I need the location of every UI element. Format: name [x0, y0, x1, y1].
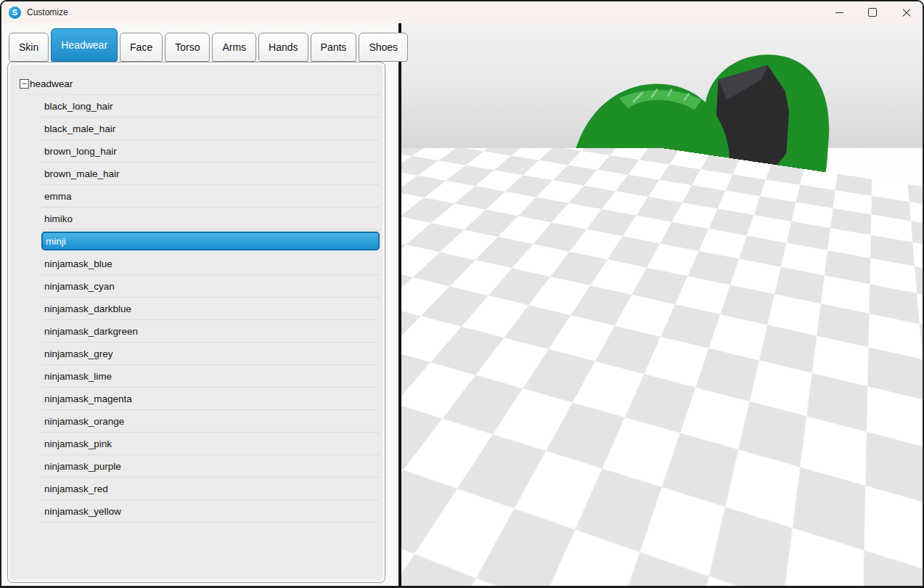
headwear-list-panel: − headwear black_long_hairblack_male_hai… — [7, 62, 385, 583]
tree-item-ninjamask_magenta[interactable]: ninjamask_magenta — [41, 388, 380, 410]
character-preview — [401, 23, 923, 586]
tree-item-label: ninjamask_lime — [44, 371, 112, 382]
tree-item-ninjamask_grey[interactable]: ninjamask_grey — [41, 343, 380, 365]
customization-pane: SkinHeadwearFaceTorsoArmsHandsPantsShoes… — [1, 23, 398, 586]
tree-item-minji[interactable]: minji — [41, 232, 380, 250]
tree-item-label: ninjamask_blue — [44, 258, 113, 269]
tree-item-label: ninjamask_magenta — [44, 393, 132, 404]
tab-shoes[interactable]: Shoes — [359, 33, 408, 62]
tree-root-label: headwear — [30, 78, 73, 89]
tab-torso[interactable]: Torso — [165, 33, 210, 62]
tree-item-ninjamask_cyan[interactable]: ninjamask_cyan — [41, 275, 380, 298]
tree-item-ninjamask_red[interactable]: ninjamask_red — [41, 478, 380, 500]
maximize-button[interactable] — [856, 1, 889, 23]
tab-skin[interactable]: Skin — [9, 33, 49, 62]
tree-item-list: black_long_hairblack_male_hairbrown_long… — [41, 95, 380, 523]
tree-item-label: minji — [46, 236, 66, 247]
tree-item-ninjamask_lime[interactable]: ninjamask_lime — [41, 365, 380, 388]
tab-pants[interactable]: Pants — [311, 33, 357, 62]
customize-window: S Customize SkinHeadwearFaceTorsoArmsHan… — [0, 0, 924, 588]
tree-item-ninjamask_purple[interactable]: ninjamask_purple — [41, 455, 380, 478]
right-glove — [768, 300, 846, 343]
close-icon — [901, 8, 911, 17]
tree-item-label: brown_male_hair — [44, 168, 120, 179]
tree-item-himiko[interactable]: himiko — [41, 208, 380, 230]
category-tab-bar: SkinHeadwearFaceTorsoArmsHandsPantsShoes — [9, 28, 408, 62]
tree-item-label: ninjamask_yellow — [44, 506, 121, 517]
tab-hands[interactable]: Hands — [258, 33, 308, 62]
window-controls — [822, 1, 923, 23]
left-glove — [528, 247, 578, 277]
tab-headwear[interactable]: Headwear — [51, 28, 118, 62]
tree-item-label: himiko — [44, 213, 73, 224]
tree-item-black_long_hair[interactable]: black_long_hair — [41, 95, 380, 118]
tree-item-label: ninjamask_purple — [44, 461, 121, 472]
tree-item-label: ninjamask_red — [44, 483, 108, 494]
tree-item-brown_long_hair[interactable]: brown_long_hair — [41, 140, 380, 163]
tree-item-ninjamask_darkblue[interactable]: ninjamask_darkblue — [41, 298, 380, 320]
right-shoe — [654, 428, 696, 480]
tree-item-ninjamask_yellow[interactable]: ninjamask_yellow — [41, 500, 380, 523]
preview-viewport[interactable] — [401, 23, 923, 586]
tree-item-label: brown_long_hair — [44, 146, 117, 157]
maximize-icon — [868, 8, 877, 17]
tree-item-brown_male_hair[interactable]: brown_male_hair — [41, 163, 380, 185]
tree-item-label: ninjamask_orange — [44, 416, 124, 427]
close-button[interactable] — [889, 1, 923, 23]
tree-item-ninjamask_blue[interactable]: ninjamask_blue — [41, 253, 380, 275]
tree-item-label: emma — [44, 191, 72, 202]
tree-item-label: ninjamask_pink — [44, 438, 112, 449]
app-logo-letter: S — [12, 8, 17, 17]
window-title: Customize — [27, 7, 68, 17]
collapse-toggle[interactable]: − — [20, 79, 29, 89]
ninja-mask — [582, 234, 697, 306]
minimize-icon — [835, 12, 843, 13]
tab-face[interactable]: Face — [120, 33, 163, 62]
right-glove-thumb — [786, 330, 795, 342]
tree-item-black_male_hair[interactable]: black_male_hair — [41, 118, 380, 140]
tree-item-label: ninjamask_cyan — [44, 281, 115, 292]
tree-item-label: black_long_hair — [44, 101, 113, 112]
tree-root-row: − headwear — [20, 78, 385, 89]
tree-item-label: ninjamask_grey — [44, 348, 113, 359]
app-logo-icon: S — [9, 7, 21, 19]
tree-item-ninjamask_darkgreen[interactable]: ninjamask_darkgreen — [41, 320, 380, 343]
tree-item-label: ninjamask_darkblue — [44, 303, 131, 314]
client-area: SkinHeadwearFaceTorsoArmsHandsPantsShoes… — [1, 23, 923, 586]
tree-item-ninjamask_pink[interactable]: ninjamask_pink — [41, 433, 380, 455]
tree-item-label: ninjamask_darkgreen — [44, 326, 138, 337]
minimize-button[interactable] — [822, 1, 856, 23]
titlebar: S Customize — [1, 1, 923, 23]
tree-item-emma[interactable]: emma — [41, 185, 380, 208]
headwear-tree: − headwear black_long_hairblack_male_hai… — [8, 62, 385, 523]
tree-item-label: black_male_hair — [44, 123, 115, 134]
tab-arms[interactable]: Arms — [212, 33, 256, 62]
tree-item-ninjamask_orange[interactable]: ninjamask_orange — [41, 410, 380, 433]
